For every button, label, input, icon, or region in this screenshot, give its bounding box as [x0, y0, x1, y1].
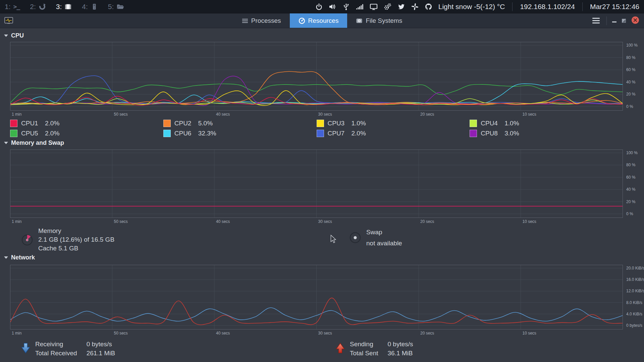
- legend-cpu-value: 2.0%: [45, 130, 59, 137]
- network-section-header[interactable]: Network: [4, 254, 35, 261]
- processes-icon: [242, 18, 248, 24]
- legend-cpu-name: CPU1: [21, 120, 41, 127]
- sending-label: Sending: [350, 340, 378, 349]
- legend-cpu-value: 1.0%: [504, 120, 519, 127]
- x-axis-label: 30 secs: [318, 331, 332, 336]
- legend-cpu-value: 1.0%: [352, 120, 366, 127]
- controls-separator: [606, 16, 607, 25]
- legend-swatch: [163, 120, 171, 127]
- chip-icon: [64, 3, 72, 10]
- x-axis-label: 10 secs: [523, 331, 536, 336]
- memory-info: Memory 2.1 GB (12.6%) of 16.5 GB Cache 5…: [21, 227, 114, 253]
- y-axis-label: 12.0 KiB/s: [626, 289, 644, 293]
- legend-item-cpu1: CPU12.0%: [10, 119, 163, 127]
- memory-section-header[interactable]: Memory and Swap: [4, 139, 64, 146]
- memory-section-title: Memory and Swap: [11, 139, 64, 146]
- x-axis-label: 50 secs: [114, 331, 128, 336]
- sending-rate: 0 bytes/s: [388, 340, 421, 349]
- y-axis-label: 100 %: [626, 150, 638, 155]
- system-tray: Light snow -5(-12) °C 192.168.1.102/24 M…: [315, 2, 639, 11]
- memory-history-chart: 100 %80 %60 %40 %20 %0 %1 min50 secs40 s…: [10, 149, 644, 225]
- y-axis-label: 20 %: [626, 199, 636, 204]
- filesystems-icon: [356, 17, 363, 24]
- title-bar: Processes Resources File Systems: [0, 13, 644, 28]
- legend-cpu-name: CPU3: [328, 120, 348, 127]
- legend-cpu-name: CPU8: [481, 130, 501, 137]
- swap-title: Swap: [366, 227, 402, 238]
- gears-icon[interactable]: [384, 3, 391, 10]
- cpu-legend: CPU12.0%CPU25.0%CPU31.0%CPU41.0%CPU52.0%…: [10, 119, 623, 137]
- x-axis-label: 50 secs: [114, 112, 128, 117]
- legend-cpu-value: 2.0%: [45, 120, 59, 127]
- x-axis-label: 20 secs: [420, 331, 434, 336]
- terminal-icon: >_: [13, 3, 20, 10]
- tower-icon: [91, 3, 98, 10]
- y-axis-label: 60 %: [626, 67, 636, 72]
- y-axis-label: 16.0 KiB/s: [626, 277, 644, 282]
- x-axis-label: 20 secs: [420, 219, 434, 224]
- twitter-icon[interactable]: [397, 3, 405, 10]
- volume-icon[interactable]: [329, 3, 336, 10]
- maximize-button[interactable]: [622, 19, 626, 23]
- tab-processes[interactable]: Processes: [233, 13, 290, 28]
- workspace-5[interactable]: 5:: [108, 3, 125, 11]
- legend-item-cpu8: CPU83.0%: [470, 129, 623, 137]
- legend-swatch: [470, 130, 477, 137]
- x-axis-label: 50 secs: [114, 219, 128, 224]
- cpu-history-chart: 100 %80 %60 %40 %20 %0 %1 min50 secs40 s…: [10, 42, 644, 117]
- legend-swatch: [10, 130, 17, 137]
- y-axis-label: 80 %: [626, 55, 636, 60]
- memory-title: Memory: [38, 227, 114, 235]
- total-received-value: 261.1 MiB: [87, 349, 120, 358]
- receiving-label: Receiving: [35, 340, 77, 349]
- legend-swatch: [163, 130, 171, 137]
- legend-swatch: [317, 130, 324, 137]
- y-axis-label: 0 %: [626, 212, 633, 216]
- power-icon[interactable]: [315, 3, 323, 10]
- workspace-4[interactable]: 4:: [82, 3, 98, 11]
- workspace-4-label: 4:: [82, 3, 88, 11]
- tab-resources[interactable]: Resources: [290, 13, 347, 28]
- swap-info: Swap not available: [349, 227, 402, 249]
- legend-cpu-value: 2.0%: [352, 130, 366, 137]
- total-sent-value: 36.1 MiB: [388, 349, 421, 358]
- usb-icon[interactable]: [342, 3, 350, 10]
- sending-info: Sending 0 bytes/s Total Sent 36.1 MiB: [335, 340, 421, 358]
- tab-file-systems[interactable]: File Systems: [347, 13, 411, 28]
- workspace-3-label: 3:: [56, 3, 62, 11]
- display-icon[interactable]: [370, 3, 378, 10]
- network-history-chart: 20.0 KiB/s16.0 KiB/s12.0 KiB/s8.0 KiB/s4…: [10, 265, 644, 336]
- menu-button[interactable]: [591, 16, 601, 25]
- x-axis-label: 20 secs: [420, 112, 434, 117]
- x-axis-label: 40 secs: [216, 112, 230, 117]
- x-axis-label: 30 secs: [318, 219, 332, 224]
- slack-icon[interactable]: [411, 3, 419, 10]
- download-arrow-icon: [21, 340, 31, 358]
- workspace-2[interactable]: 2:: [30, 3, 46, 11]
- y-axis-label: 4.0 KiB/s: [626, 312, 642, 316]
- resources-view: CPU 100 %80 %60 %40 %20 %0 %1 min50 secs…: [0, 28, 644, 362]
- x-axis-label: 1 min: [12, 219, 21, 224]
- x-axis-label: 1 min: [12, 331, 21, 336]
- memory-usage-value: 2.1 GB (12.6%) of 16.5 GB: [38, 235, 114, 244]
- legend-item-cpu3: CPU31.0%: [317, 119, 470, 127]
- cpu-section-header[interactable]: CPU: [4, 32, 24, 39]
- legend-item-cpu6: CPU632.3%: [163, 129, 317, 137]
- github-icon[interactable]: [425, 3, 432, 10]
- workspace-2-label: 2:: [30, 3, 36, 11]
- close-button[interactable]: [631, 16, 639, 25]
- collapse-triangle-icon: [4, 142, 8, 144]
- y-axis-label: 40 %: [626, 187, 636, 192]
- legend-cpu-name: CPU5: [21, 130, 41, 137]
- workspace-1[interactable]: 1: >_: [5, 3, 20, 11]
- signal-icon[interactable]: [356, 3, 364, 10]
- collapse-triangle-icon: [4, 35, 8, 37]
- total-received-label: Total Received: [35, 349, 77, 358]
- network-section-title: Network: [11, 254, 35, 261]
- legend-cpu-name: CPU6: [174, 130, 195, 137]
- workspace-3[interactable]: 3:: [56, 3, 72, 11]
- folder-icon: [116, 3, 124, 10]
- x-axis-label: 10 secs: [523, 112, 536, 117]
- minimize-button[interactable]: [612, 21, 616, 22]
- firefox-icon: [39, 3, 46, 10]
